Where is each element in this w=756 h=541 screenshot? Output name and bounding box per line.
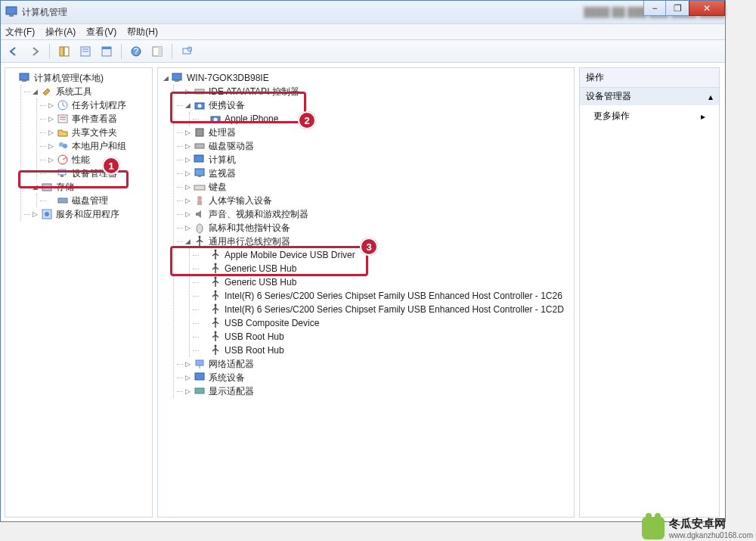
svg-point-48 (215, 250, 217, 252)
usb-icon (209, 303, 222, 316)
svg-rect-40 (194, 155, 203, 162)
expand-icon[interactable]: ▷ (183, 87, 192, 96)
usb-device-item[interactable]: Intel(R) 6 Series/C200 Series Chipset Fa… (193, 289, 571, 303)
expand-icon[interactable]: ▷ (183, 387, 192, 396)
cat-keyboards[interactable]: ▷键盘 (177, 180, 571, 194)
tree-device-manager[interactable]: 设备管理器 (40, 166, 149, 180)
menu-action[interactable]: 操作(A) (45, 26, 76, 39)
device-root[interactable]: ◢WIN-7GOK3DB98IE (161, 71, 571, 85)
cat-disk-drives[interactable]: ▷磁盘驱动器 (177, 139, 571, 153)
tree-task-scheduler[interactable]: ▷任务计划程序 (40, 98, 149, 112)
refresh-button[interactable] (178, 43, 195, 60)
help-button[interactable]: ? (128, 43, 144, 60)
usb-device-item[interactable]: USB Root Hub (193, 330, 571, 344)
tree-disk-management[interactable]: 磁盘管理 (40, 194, 149, 207)
usb-device-item[interactable]: USB Root Hub (193, 344, 571, 357)
collapse-icon[interactable]: ◢ (30, 87, 39, 96)
chevron-up-icon: ▴ (708, 92, 713, 102)
nav-back-button[interactable] (5, 43, 22, 60)
expand-icon[interactable]: ▷ (183, 155, 192, 164)
maximize-button[interactable]: ❐ (666, 1, 689, 16)
svg-point-51 (215, 291, 217, 293)
svg-rect-58 (195, 373, 204, 380)
expand-icon[interactable]: ▷ (183, 196, 192, 205)
minimize-button[interactable]: − (643, 1, 666, 16)
svg-rect-32 (175, 80, 179, 82)
show-hide-tree-button[interactable] (56, 43, 73, 60)
expand-icon[interactable]: ▷ (46, 101, 55, 110)
usb-device-item[interactable]: USB Composite Device (193, 316, 571, 330)
collapse-icon[interactable] (8, 73, 17, 82)
expand-icon[interactable]: ▷ (183, 182, 192, 191)
cat-display-adapters[interactable]: ▷显示适配器 (177, 384, 571, 398)
action-pane-button[interactable] (149, 43, 166, 60)
cpu-icon (194, 126, 206, 138)
watermark-title: 冬瓜安卓网 (669, 517, 753, 531)
speaker-icon (194, 208, 206, 220)
cat-monitors[interactable]: ▷监视器 (177, 166, 571, 180)
actions-category[interactable]: 设备管理器 ▴ (580, 88, 719, 105)
properties-button[interactable] (77, 43, 94, 60)
collapse-icon[interactable]: ◢ (183, 237, 192, 246)
tree-services-apps[interactable]: ▷服务和应用程序 (24, 207, 149, 221)
expand-icon[interactable]: ▷ (183, 128, 192, 137)
cat-processors[interactable]: ▷处理器 (177, 126, 571, 139)
cat-sound[interactable]: ▷声音、视频和游戏控制器 (177, 207, 571, 221)
svg-rect-16 (22, 80, 26, 82)
expand-icon[interactable]: ▷ (30, 210, 39, 219)
svg-point-30 (45, 212, 49, 216)
expand-icon[interactable]: ▷ (183, 223, 192, 232)
usb-device-item[interactable]: Generic USB Hub (193, 275, 571, 289)
expand-icon[interactable]: ▷ (46, 155, 55, 164)
hid-icon (194, 194, 206, 207)
window-title: 计算机管理 (22, 6, 575, 19)
usb-device-item[interactable]: Apple Mobile Device USB Driver (193, 248, 571, 262)
titlebar[interactable]: 计算机管理 ████ ██ ███ ███ ████ ████ − ❐ ✕ (1, 1, 725, 23)
cat-system-devices[interactable]: ▷系统设备 (177, 371, 571, 384)
expand-icon[interactable]: ▷ (183, 210, 192, 219)
cat-mouse[interactable]: ▷鼠标和其他指针设备 (177, 221, 571, 235)
toolbar-separator (172, 44, 172, 59)
cat-computer[interactable]: ▷计算机 (177, 153, 571, 166)
actions-more[interactable]: 更多操作 ▸ (580, 105, 719, 127)
svg-rect-33 (195, 89, 204, 94)
cat-network-adapters[interactable]: ▷网络适配器 (177, 357, 571, 371)
monitor-icon (194, 167, 206, 179)
tree-root-label: 计算机管理(本地) (34, 72, 104, 85)
menu-help[interactable]: 帮助(H) (127, 26, 158, 39)
usb-device-item[interactable]: Intel(R) 6 Series/C200 Series Chipset Fa… (193, 303, 571, 316)
expand-icon[interactable]: ▷ (183, 169, 192, 178)
svg-point-46 (197, 224, 203, 233)
svg-point-37 (214, 118, 218, 122)
tree-shared-folders[interactable]: ▷共享文件夹 (40, 126, 149, 139)
expand-icon[interactable]: ▷ (183, 359, 192, 368)
tree-system-tools[interactable]: ◢ 系统工具 (24, 85, 149, 98)
menu-file[interactable]: 文件(F) (5, 26, 35, 39)
svg-rect-43 (194, 185, 205, 190)
expand-icon[interactable]: ▷ (46, 114, 55, 123)
cat-portable-devices[interactable]: ◢便携设备 (177, 98, 571, 112)
expand-icon[interactable]: ▷ (46, 128, 55, 137)
device-apple-iphone[interactable]: Apple iPhone (193, 112, 571, 126)
expand-icon[interactable]: ▷ (183, 141, 192, 151)
menu-view[interactable]: 查看(V) (86, 26, 116, 39)
tree-performance[interactable]: ▷性能 (40, 153, 149, 166)
collapse-icon[interactable]: ◢ (161, 73, 170, 82)
export-list-button[interactable] (98, 43, 115, 60)
cat-hid[interactable]: ▷人体学输入设备 (177, 194, 571, 207)
close-button[interactable]: ✕ (689, 1, 725, 16)
nav-forward-button[interactable] (26, 43, 43, 60)
usb-device-item[interactable]: Generic USB Hub (193, 262, 571, 275)
svg-point-49 (215, 263, 217, 266)
expand-icon[interactable]: ▷ (183, 373, 192, 382)
tree-storage[interactable]: ◢存储 (24, 180, 149, 194)
toolbar-separator (49, 44, 50, 59)
expand-icon[interactable]: ▷ (46, 141, 55, 151)
tree-root[interactable]: 计算机管理(本地) (8, 71, 149, 85)
collapse-icon[interactable]: ◢ (30, 182, 39, 191)
tree-event-viewer[interactable]: ▷事件查看器 (40, 112, 149, 126)
tree-local-users[interactable]: ▷本地用户和组 (40, 139, 149, 153)
network-icon (194, 358, 206, 370)
cat-ide[interactable]: ▷IDE ATA/ATAPI 控制器 (177, 85, 571, 98)
collapse-icon[interactable]: ◢ (183, 101, 192, 110)
